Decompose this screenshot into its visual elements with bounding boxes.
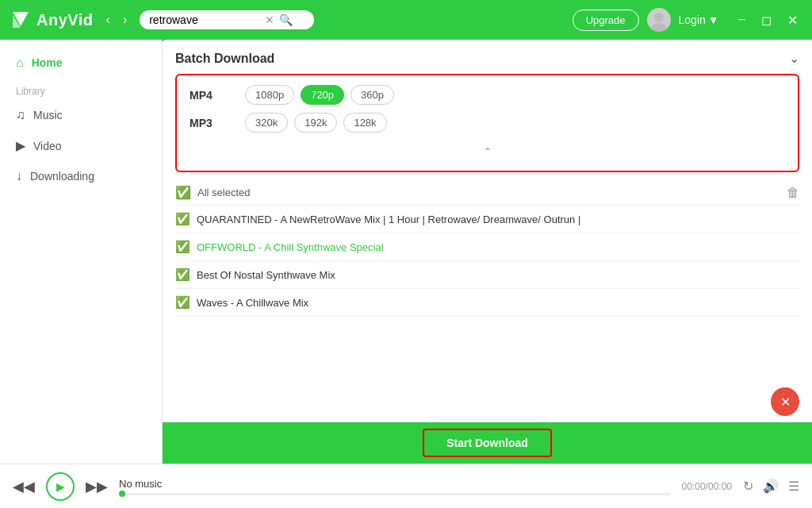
batch-panel: Batch Download ⌄ MP4 1080p 720p 360p — [163, 40, 812, 422]
list-header-left: ✅ All selected — [175, 185, 250, 200]
item-title-1: QUARANTINED - A NewRetroWave Mix | 1 Hou… — [197, 214, 580, 225]
list-item: ✅ Best Of Nostal Synthwave Mix — [175, 261, 799, 289]
nav-forward-button[interactable]: › — [118, 10, 132, 30]
list-item: ✅ Waves - A Chillwave Mix — [175, 289, 799, 317]
player-time: 00:00/00:00 — [682, 481, 732, 492]
download-bar: Start Download — [163, 422, 812, 464]
all-selected-check: ✅ — [175, 185, 191, 200]
search-icon[interactable]: 🔍 — [279, 13, 293, 26]
player-progress[interactable] — [119, 493, 671, 495]
sidebar-item-downloading[interactable]: ↓ Downloading — [0, 161, 162, 191]
content-area: ✓ ▶ 19M views 2 years ago ✓ ▶ ✓ ▶ — [163, 40, 812, 464]
video-icon: ▶ — [16, 138, 25, 153]
home-icon: ⌂ — [16, 56, 24, 70]
item-title-3: Best Of Nostal Synthwave Mix — [197, 269, 335, 281]
sidebar-item-music[interactable]: ♫ Music — [0, 100, 162, 130]
close-button[interactable]: ✕ — [783, 11, 802, 29]
sidebar: ⌂ Home Library ♫ Music ▶ Video ↓ Downloa… — [0, 40, 163, 464]
list-item: ✅ QUARANTINED - A NewRetroWave Mix | 1 H… — [175, 206, 799, 233]
player-repeat-button[interactable]: ↻ — [743, 479, 753, 494]
player-queue-button[interactable]: ☰ — [788, 479, 799, 494]
search-clear-icon[interactable]: ✕ — [265, 13, 274, 26]
logo-icon — [10, 9, 32, 31]
sidebar-item-home[interactable]: ⌂ Home — [0, 48, 162, 78]
player-volume-button[interactable]: 🔊 — [763, 479, 779, 494]
fmt-320k-button[interactable]: 320k — [245, 113, 288, 133]
fmt-192k-button[interactable]: 192k — [294, 113, 337, 133]
mp3-format-row: MP3 320k 192k 128k — [190, 113, 785, 133]
list-header: ✅ All selected 🗑 — [175, 180, 799, 206]
mp3-label: MP3 — [190, 117, 221, 129]
main-area: ⌂ Home Library ♫ Music ▶ Video ↓ Downloa… — [0, 40, 812, 464]
player-progress-dot — [119, 491, 125, 497]
download-icon: ↓ — [16, 169, 22, 183]
all-selected-text: All selected — [197, 187, 250, 198]
fmt-720p-button[interactable]: 720p — [301, 85, 344, 105]
minimize-button[interactable]: − — [733, 11, 750, 29]
player-play-button[interactable]: ▶ — [46, 472, 75, 501]
sidebar-library-label: Library — [0, 78, 162, 100]
music-icon: ♫ — [16, 108, 25, 122]
topbar: AnyVid ‹ › ✕ 🔍 Upgrade Login ▼ − ◻ ✕ — [0, 0, 812, 40]
mp4-label: MP4 — [190, 89, 221, 102]
fmt-128k-button[interactable]: 128k — [343, 113, 386, 133]
batch-overlay: Batch Download ⌄ MP4 1080p 720p 360p — [163, 40, 812, 464]
batch-collapse-button[interactable]: ⌄ — [789, 51, 799, 66]
search-input[interactable] — [149, 13, 260, 26]
player-info: No music — [119, 478, 671, 495]
app-title: AnyVid — [36, 11, 94, 29]
start-download-button[interactable]: Start Download — [423, 429, 552, 457]
close-batch-button[interactable]: ✕ — [771, 387, 799, 416]
player-title: No music — [119, 478, 671, 490]
item-check-1: ✅ — [175, 212, 190, 226]
nav-back-button[interactable]: ‹ — [102, 10, 115, 30]
login-button[interactable]: Login ▼ — [679, 13, 719, 26]
item-check-4: ✅ — [175, 295, 190, 310]
window-controls: − ◻ ✕ — [733, 11, 802, 29]
item-title-2: OFFWORLD - A Chill Synthwave Special — [197, 241, 384, 253]
collapse-formats-button[interactable]: ⌃ — [484, 146, 492, 157]
fmt-360p-button[interactable]: 360p — [350, 85, 394, 105]
batch-title: Batch Download — [175, 52, 274, 66]
item-check-2: ✅ — [175, 240, 190, 254]
bottom-player: ◀◀ ▶ ▶▶ No music 00:00/00:00 ↻ 🔊 ☰ — [0, 464, 812, 508]
mp4-format-row: MP4 1080p 720p 360p — [190, 85, 785, 105]
item-check-3: ✅ — [175, 267, 190, 282]
search-bar: ✕ 🔍 — [140, 10, 314, 29]
svg-point-3 — [651, 23, 667, 32]
nav-arrows: ‹ › — [102, 10, 132, 30]
fmt-1080p-button[interactable]: 1080p — [245, 85, 294, 105]
player-prev-button[interactable]: ◀◀ — [13, 478, 35, 495]
avatar — [647, 8, 671, 32]
list-item: ✅ OFFWORLD - A Chill Synthwave Special — [175, 233, 799, 261]
svg-point-2 — [654, 13, 664, 22]
delete-icon[interactable]: 🗑 — [787, 186, 799, 200]
mp3-options: 320k 192k 128k — [245, 113, 387, 133]
item-list: ✅ All selected 🗑 ✅ QUARANTINED - A NewRe… — [163, 180, 812, 422]
logo-area: AnyVid — [10, 9, 94, 31]
player-controls-right: ↻ 🔊 ☰ — [743, 479, 799, 494]
player-next-button[interactable]: ▶▶ — [86, 478, 108, 495]
batch-header: Batch Download ⌄ — [163, 40, 812, 74]
upgrade-button[interactable]: Upgrade — [573, 10, 639, 31]
format-selector: MP4 1080p 720p 360p MP3 320k 192k 128k — [175, 74, 799, 172]
mp4-options: 1080p 720p 360p — [245, 85, 394, 105]
sidebar-item-video[interactable]: ▶ Video — [0, 130, 162, 161]
item-title-4: Waves - A Chillwave Mix — [197, 297, 308, 309]
maximize-button[interactable]: ◻ — [756, 11, 776, 29]
collapse-arrow-area: ⌃ — [190, 140, 785, 161]
